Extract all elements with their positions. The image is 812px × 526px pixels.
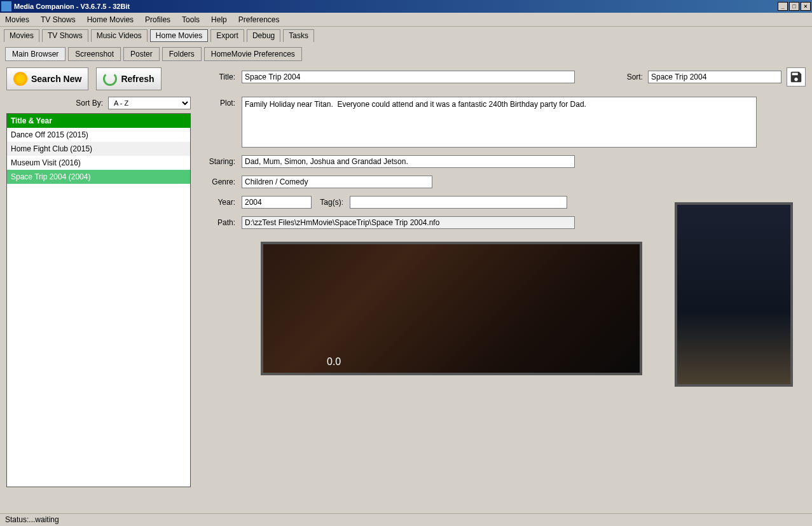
list-header: Title & Year <box>7 114 190 128</box>
menu-bar: MoviesTV ShowsHome MoviesProfilesToolsHe… <box>0 13 812 27</box>
title-label: Title: <box>197 71 242 81</box>
refresh-label: Refresh <box>121 74 154 84</box>
search-new-button[interactable]: Search New <box>6 67 88 90</box>
staring-input[interactable] <box>242 155 575 168</box>
new-icon <box>13 72 27 86</box>
status-text: Status:...waiting <box>5 515 59 524</box>
sort-field-label: Sort: <box>627 73 643 81</box>
tab-tasks[interactable]: Tasks <box>283 29 314 42</box>
menu-movies[interactable]: Movies <box>5 15 29 24</box>
save-button[interactable] <box>787 67 806 87</box>
subtab-homemovie-preferences[interactable]: HomeMovie Preferences <box>204 47 302 61</box>
sort-by-select[interactable]: A - Z <box>108 97 191 109</box>
maximize-button[interactable]: □ <box>789 2 799 11</box>
tab-export[interactable]: Export <box>210 29 244 42</box>
minimize-button[interactable]: _ <box>778 2 788 11</box>
backdrop-image[interactable]: 0.0 <box>261 242 642 375</box>
subtab-poster[interactable]: Poster <box>123 47 160 61</box>
list-item[interactable]: Museum Visit (2016) <box>7 156 190 170</box>
subtab-screenshot[interactable]: Screenshot <box>68 47 121 61</box>
path-label: Path: <box>197 216 242 227</box>
staring-label: Staring: <box>197 155 242 166</box>
poster-image[interactable] <box>675 202 793 387</box>
list-item[interactable]: Home Fight Club (2015) <box>7 142 190 156</box>
menu-tv-shows[interactable]: TV Shows <box>41 15 76 24</box>
tab-debug[interactable]: Debug <box>247 29 280 42</box>
title-bar: Media Companion - V3.6.7.5 - 32Bit _ □ × <box>0 0 812 13</box>
year-label: Year: <box>197 196 242 207</box>
floppy-icon <box>789 70 803 84</box>
tab-tv-shows[interactable]: TV Shows <box>42 29 88 42</box>
menu-help[interactable]: Help <box>211 15 227 24</box>
subtab-main-browser[interactable]: Main Browser <box>5 47 65 61</box>
sort-by-label: Sort By: <box>76 99 103 107</box>
list-item[interactable]: Space Trip 2004 (2004) <box>7 170 190 184</box>
menu-tools[interactable]: Tools <box>182 15 200 24</box>
genre-label: Genre: <box>197 176 242 186</box>
title-input[interactable] <box>242 71 575 83</box>
main-tabs: MoviesTV ShowsMusic VideosHome MoviesExp… <box>0 27 812 42</box>
sub-tabs: Main BrowserScreenshotPosterFoldersHomeM… <box>0 42 812 61</box>
tab-home-movies[interactable]: Home Movies <box>150 29 208 42</box>
tab-movies[interactable]: Movies <box>4 29 39 42</box>
search-new-label: Search New <box>31 74 81 84</box>
close-button[interactable]: × <box>801 2 811 11</box>
subtab-folders[interactable]: Folders <box>162 47 202 61</box>
menu-profiles[interactable]: Profiles <box>145 15 170 24</box>
menu-preferences[interactable]: Preferences <box>238 15 280 24</box>
genre-input[interactable] <box>242 176 432 188</box>
backdrop-rating: 0.0 <box>327 356 341 368</box>
tags-label: Tag(s): <box>312 196 350 207</box>
sort-input[interactable] <box>648 71 781 83</box>
tab-music-videos[interactable]: Music Videos <box>91 29 148 42</box>
year-input[interactable] <box>242 196 312 209</box>
window-title: Media Companion - V3.6.7.5 - 32Bit <box>14 3 778 10</box>
app-icon <box>1 1 11 11</box>
status-bar: Status:...waiting <box>0 513 812 526</box>
plot-textarea[interactable] <box>242 97 757 148</box>
plot-label: Plot: <box>197 97 242 107</box>
movie-list[interactable]: Title & Year Dance Off 2015 (2015)Home F… <box>6 113 191 487</box>
path-input <box>242 216 575 229</box>
refresh-icon <box>103 72 117 86</box>
refresh-button[interactable]: Refresh <box>96 67 161 90</box>
tags-input[interactable] <box>350 196 567 209</box>
menu-home-movies[interactable]: Home Movies <box>87 15 134 24</box>
list-item[interactable]: Dance Off 2015 (2015) <box>7 128 190 142</box>
